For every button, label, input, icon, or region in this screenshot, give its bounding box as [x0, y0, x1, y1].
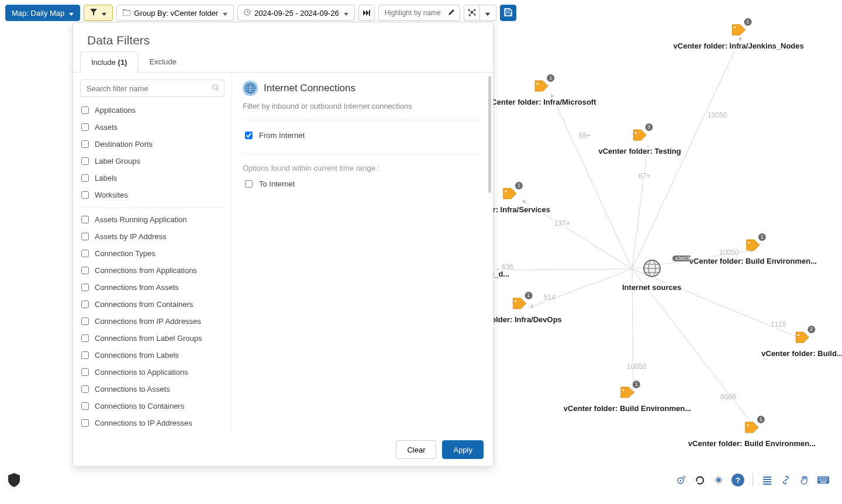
filter-category-item[interactable]: Connections from Containers: [78, 296, 227, 313]
filter-category-checkbox[interactable]: [81, 140, 89, 148]
filter-category-item[interactable]: Assets Running Application: [78, 211, 227, 228]
filter-category-checkbox[interactable]: [81, 267, 89, 274]
map-node[interactable]: 1vCenter folder: Build Environmen...: [688, 421, 816, 448]
filter-detail-pane: Internet Connections Filter by inbound o…: [232, 73, 493, 433]
from-internet-row[interactable]: From Internet: [243, 130, 480, 141]
filter-category-checkbox[interactable]: [81, 385, 89, 393]
filter-search-input[interactable]: [85, 84, 212, 94]
map-node[interactable]: 1vCenter folder: Infra/Microsoft: [487, 80, 596, 106]
link-icon[interactable]: [780, 474, 792, 486]
svg-line-18: [529, 269, 632, 308]
node-badge: 1: [515, 182, 523, 189]
filter-category-list[interactable]: ApplicationsAssetsDestination PortsLabel…: [73, 73, 232, 433]
filter-category-item[interactable]: Connections from Applications: [78, 262, 227, 279]
edge-label: 514: [544, 294, 555, 302]
map-node[interactable]: 3vCenter folder: Testing: [598, 129, 681, 156]
filter-category-checkbox[interactable]: [81, 123, 89, 131]
filter-category-item[interactable]: Connections to Applications: [78, 364, 227, 381]
map-node[interactable]: 2vCenter folder: Build...: [761, 331, 842, 358]
filter-search-box[interactable]: [80, 80, 225, 97]
node-internet-sources[interactable]: 43803 Internet sources: [622, 259, 681, 292]
filter-category-item[interactable]: Connections to Containers: [78, 398, 227, 415]
filter-separator: [80, 207, 225, 208]
filter-category-item[interactable]: Assets by IP Address: [78, 228, 227, 245]
filter-category-checkbox[interactable]: [81, 351, 89, 359]
daterange-button[interactable]: 2024-09-25 - 2024-09-26: [237, 5, 355, 21]
map-node[interactable]: 1vCenter folder: Infra/Jenkins_Nodes: [674, 23, 804, 50]
filter-category-label: Labels: [95, 174, 117, 182]
filter-category-checkbox[interactable]: [81, 402, 89, 410]
layout-mode-button[interactable]: [464, 5, 480, 21]
filter-category-checkbox[interactable]: [81, 317, 89, 325]
map-selector-button[interactable]: Map: Daily Map: [5, 5, 80, 21]
filter-category-label: Label Groups: [95, 157, 140, 165]
filter-category-item[interactable]: Connections from Assets: [78, 279, 227, 296]
svg-line-17: [495, 269, 632, 270]
to-internet-checkbox[interactable]: [245, 180, 253, 188]
filter-category-checkbox[interactable]: [81, 216, 89, 223]
filter-category-checkbox[interactable]: [81, 191, 89, 199]
svg-rect-1: [369, 10, 370, 16]
filter-category-checkbox[interactable]: [81, 419, 89, 427]
highlight-input[interactable]: [384, 8, 443, 18]
highlight-input-wrap[interactable]: [378, 5, 460, 21]
filter-category-checkbox[interactable]: [81, 368, 89, 376]
shield-icon[interactable]: [8, 473, 20, 489]
group-by-button[interactable]: Group By: vCenter folder: [116, 5, 234, 21]
map-node[interactable]: 1vCenter folder: Build Environmen...: [564, 386, 691, 413]
filter-category-checkbox[interactable]: [81, 106, 89, 114]
filter-category-checkbox[interactable]: [81, 301, 89, 308]
scrollbar[interactable]: [488, 76, 491, 193]
save-button[interactable]: [500, 5, 516, 21]
filter-category-item[interactable]: Applications: [78, 102, 227, 119]
skip-end-button[interactable]: [358, 5, 375, 21]
filter-category-item[interactable]: Connections to IP Addresses: [78, 415, 227, 431]
keyboard-icon[interactable]: [817, 474, 829, 486]
separator: [243, 120, 480, 120]
node-badge: 1: [524, 292, 532, 299]
edge-label: 10050: [627, 363, 646, 371]
filter-category-label: Connections to Applications: [95, 368, 188, 377]
filter-category-item[interactable]: Connections from IP Addresses: [78, 313, 227, 330]
from-internet-checkbox[interactable]: [245, 132, 253, 139]
svg-point-24: [734, 26, 736, 28]
filter-category-item[interactable]: Connection Types: [78, 245, 227, 262]
to-internet-row[interactable]: To Internet: [243, 178, 480, 189]
list-view-icon[interactable]: [761, 474, 773, 486]
filters-button[interactable]: [84, 5, 113, 21]
layout-mode-dropdown[interactable]: [480, 5, 496, 21]
help-icon[interactable]: ?: [731, 474, 744, 486]
filter-category-item[interactable]: Worksites: [78, 187, 227, 203]
apply-button[interactable]: Apply: [442, 440, 484, 459]
filter-category-item[interactable]: Connections to Assets: [78, 381, 227, 398]
filter-category-checkbox[interactable]: [81, 250, 89, 257]
filter-category-checkbox[interactable]: [81, 334, 89, 342]
settings-icon[interactable]: [675, 474, 687, 486]
pan-hand-icon[interactable]: [799, 474, 810, 486]
tab-exclude[interactable]: Exclude: [138, 51, 187, 72]
layout-network-icon: [468, 8, 476, 18]
svg-point-35: [683, 476, 685, 478]
refresh-icon[interactable]: [694, 474, 706, 486]
fit-view-icon[interactable]: [713, 474, 724, 486]
clear-button[interactable]: Clear: [396, 440, 436, 459]
filter-category-checkbox[interactable]: [81, 233, 89, 240]
filter-category-item[interactable]: Label Groups: [78, 153, 227, 170]
filter-category-checkbox[interactable]: [81, 284, 89, 291]
filter-category-checkbox[interactable]: [81, 157, 89, 165]
filter-category-item[interactable]: Labels: [78, 170, 227, 187]
edge-label: 68+: [579, 132, 591, 140]
filter-category-item[interactable]: Connections from Label Groups: [78, 330, 227, 347]
tab-include[interactable]: Include (1): [80, 51, 138, 73]
svg-point-26: [634, 132, 636, 133]
filter-category-checkbox[interactable]: [81, 174, 89, 182]
map-node[interactable]: 1vCenter folder: Build Environmen...: [689, 239, 817, 265]
filter-category-item[interactable]: Destination Ports: [78, 136, 227, 153]
filter-category-item[interactable]: Connections from Labels: [78, 347, 227, 364]
data-filters-modal: Data Filters Include (1) Exclude Applica…: [73, 22, 494, 467]
skip-end-icon: [363, 9, 370, 18]
filter-category-item[interactable]: Assets: [78, 119, 227, 136]
tag-icon: 3: [632, 129, 647, 141]
svg-point-29: [515, 300, 516, 302]
node-badge: 1: [633, 381, 640, 388]
